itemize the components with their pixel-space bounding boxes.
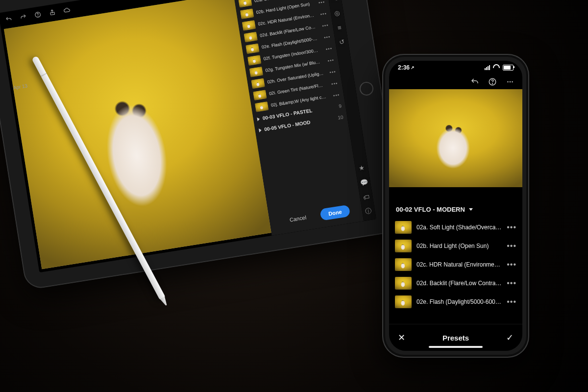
svg-point-5	[492, 83, 493, 84]
help-icon[interactable]	[488, 77, 497, 86]
undo-icon[interactable]	[5, 15, 13, 23]
home-indicator[interactable]	[429, 346, 483, 348]
preset-thumb	[395, 240, 412, 252]
help-icon[interactable]	[34, 11, 42, 19]
redo-icon[interactable]	[20, 13, 27, 21]
adjust-icon[interactable]: ◎	[333, 8, 342, 17]
more-icon[interactable]: •••	[323, 34, 331, 40]
wifi-icon	[493, 64, 500, 71]
preset-thumb	[247, 55, 261, 66]
cloud-sync-icon[interactable]	[63, 6, 71, 14]
svg-point-6	[507, 81, 508, 82]
preset-label: 02a. Soft Light (Shade/Overcast)	[416, 224, 502, 231]
more-icon[interactable]: •••	[321, 22, 329, 28]
preset-thumb	[395, 277, 412, 290]
preset-thumb	[251, 78, 265, 89]
info-icon[interactable]: ⓘ	[364, 207, 373, 216]
preset-list: 02a. Soft Light (Shade/Ove…•••02b. Hard …	[234, 0, 344, 114]
more-icon[interactable]: •••	[507, 223, 516, 232]
preset-group-count: 10	[338, 114, 344, 121]
preset-row[interactable]: 02a. Soft Light (Shade/Overcast)•••	[389, 218, 522, 237]
preset-thumb	[395, 295, 412, 308]
preset-thumb	[253, 90, 267, 100]
tablet-screen: Apr 13 PRESETS ⋯ 00-02 VFLO - MODERN 10 …	[0, 0, 376, 272]
preset-thumb	[249, 67, 263, 77]
preset-label: 02c. HDR Natural (Environmental)	[416, 261, 502, 268]
more-icon[interactable]: •••	[333, 92, 340, 98]
location-arrow-icon: ↗	[411, 65, 415, 70]
more-icon[interactable]: •••	[331, 80, 338, 87]
more-icon[interactable]: •••	[507, 242, 516, 250]
more-icon[interactable]: •••	[507, 260, 516, 269]
chevron-right-icon	[257, 117, 260, 121]
preset-label: 02e. Flash (Daylight/5000-6000K)	[416, 298, 502, 305]
cancel-button[interactable]: Cancel	[281, 210, 315, 227]
phone-strip-gap	[389, 187, 522, 201]
preset-thumb	[242, 20, 256, 31]
svg-point-8	[512, 81, 513, 82]
svg-point-1	[38, 16, 38, 17]
more-icon[interactable]: •••	[507, 297, 516, 306]
tablet-home-button[interactable]	[359, 81, 374, 97]
preset-thumb	[240, 8, 254, 19]
tablet-main-photo[interactable]	[4, 0, 271, 269]
phone-device: 2:36 ↗ 00-02 VFLO - MODERN 02a. Soft Lig…	[382, 54, 529, 358]
more-icon[interactable]	[506, 77, 514, 86]
star-icon[interactable]: ★	[357, 163, 366, 172]
phone-toolbar	[389, 74, 522, 89]
comment-icon[interactable]: 💬	[360, 178, 368, 187]
preset-thumb	[255, 101, 269, 112]
svg-point-7	[510, 81, 511, 82]
phone-preset-group[interactable]: 00-02 VFLO - MODERN	[389, 201, 522, 218]
panel-actions: Cancel Done	[268, 197, 364, 236]
preset-thumb	[244, 32, 257, 43]
preset-thumb	[238, 0, 252, 7]
preset-row[interactable]: 02c. HDR Natural (Environmental)•••	[389, 255, 522, 274]
sliders-icon[interactable]: ≡	[335, 23, 344, 32]
cell-signal-icon	[485, 65, 490, 70]
done-button[interactable]: Done	[320, 205, 351, 221]
tablet-main-area: Apr 13	[0, 0, 272, 272]
preset-row[interactable]: 02b. Hard Light (Open Sun)•••	[389, 237, 522, 255]
close-icon[interactable]: ✕	[398, 332, 405, 343]
more-icon[interactable]: •••	[329, 69, 336, 75]
scene: Apr 13 PRESETS ⋯ 00-02 VFLO - MODERN 10 …	[0, 0, 588, 392]
brush-icon[interactable]: ✎	[330, 0, 339, 3]
preset-thumb	[395, 221, 412, 234]
tablet-device: Apr 13 PRESETS ⋯ 00-02 VFLO - MODERN 10 …	[0, 0, 404, 291]
phone-status-bar: 2:36 ↗	[389, 61, 522, 74]
undo-icon[interactable]	[470, 77, 479, 86]
phone-preset-list: 02a. Soft Light (Shade/Overcast)•••02b. …	[389, 218, 522, 324]
preset-group-label: 00-02 VFLO - MODERN	[396, 206, 465, 213]
more-icon[interactable]: •••	[325, 45, 333, 51]
preset-thumb	[245, 43, 259, 54]
svg-rect-2	[50, 12, 55, 15]
share-icon[interactable]	[49, 8, 56, 16]
status-time: 2:36	[398, 64, 410, 71]
preset-row[interactable]: 02e. Flash (Daylight/5000-6000K)•••	[389, 293, 522, 311]
more-icon[interactable]: •••	[318, 0, 325, 5]
preset-label: 02b. Hard Light (Open Sun)	[416, 243, 502, 249]
confirm-icon[interactable]: ✓	[506, 332, 514, 343]
tag-icon[interactable]: 🏷	[362, 193, 370, 201]
more-icon[interactable]: •••	[507, 279, 516, 288]
history-icon[interactable]: ↺	[337, 38, 346, 47]
tablet-body: Apr 13 PRESETS ⋯ 00-02 VFLO - MODERN 10 …	[0, 0, 404, 291]
footer-title: Presets	[389, 334, 522, 342]
battery-icon	[503, 65, 514, 71]
more-icon[interactable]: •••	[320, 10, 327, 17]
more-icon[interactable]: •••	[327, 57, 335, 63]
phone-screen: 2:36 ↗ 00-02 VFLO - MODERN 02a. Soft Lig…	[389, 61, 522, 351]
preset-group-count: 9	[338, 103, 342, 109]
chevron-down-icon	[469, 208, 473, 211]
preset-row[interactable]: 02d. Backlit (Flare/Low Contrast)•••	[389, 274, 522, 293]
preset-label: 02d. Backlit (Flare/Low Contrast)	[416, 280, 502, 287]
phone-footer: ✕ Presets ✓	[389, 324, 522, 351]
chevron-right-icon	[259, 128, 262, 132]
preset-thumb	[395, 258, 412, 271]
phone-main-photo[interactable]	[389, 89, 522, 187]
